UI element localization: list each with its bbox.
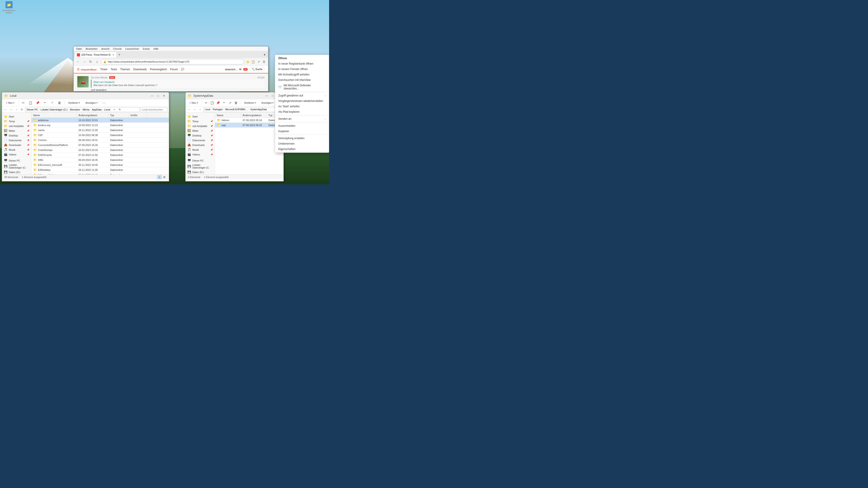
menu-extras[interactable]: Extras [142, 47, 151, 51]
breadcrumb-chevron-icon[interactable]: ▾ [112, 107, 117, 112]
local-breadcrumb[interactable]: Dieser PC › Lokaler Datenträger (C:) › B… [25, 107, 140, 112]
sys-sidebar-desktop[interactable]: 🖥️ Desktop 📌 [186, 133, 215, 138]
sidebar-item-daten-d[interactable]: 💾 Daten (D:) [2, 170, 31, 174]
paste-button[interactable]: 📌 [35, 100, 41, 106]
sidebar-item-videos[interactable]: 🎬 Videos 📌 [2, 152, 31, 157]
sys-sidebar-start[interactable]: ⭐ Start [186, 114, 215, 119]
system-file-row[interactable]: 📁 Helium 07.09.2022 05:18 Dateiordner [215, 118, 283, 123]
cb-nav-tests[interactable]: Tests [111, 68, 117, 71]
new-tab-button[interactable]: + [117, 53, 122, 57]
reader-icon[interactable]: 📋 [251, 59, 255, 64]
sys-sidebar-dokumente[interactable]: 📄 Dokumente 📌 [186, 138, 215, 142]
sys-sidebar-downloads[interactable]: 📥 Downloads 📌 [186, 142, 215, 147]
reload-button[interactable]: ↻ [88, 59, 93, 64]
cb-nav-preisvergleich[interactable]: Preisvergleich [150, 68, 167, 71]
menu-chronik[interactable]: Chronik [112, 47, 122, 51]
sys-up-button[interactable]: ↑ [198, 107, 202, 112]
ctx-send-to[interactable]: Senden an › [275, 116, 329, 122]
sys-view-button[interactable]: Anzeigen ▾ [259, 101, 276, 105]
ctx-copy-path[interactable]: Als Pfad kopieren [275, 109, 329, 115]
local-file-row[interactable]: 📁 Comms 06.09.2022 18:31 Dateiordner [31, 138, 169, 142]
sys-sidebar-dieser-pc[interactable]: 🖥️ Dieser PC [186, 158, 215, 163]
ctx-rename[interactable]: Umbenennen [275, 141, 329, 147]
ctx-access[interactable]: Zugriff gewähren auf › [275, 93, 329, 98]
sys-bc-packages[interactable]: Packages [213, 108, 223, 111]
local-forward-button[interactable]: → [9, 107, 13, 112]
cut-button[interactable]: ✂ [20, 100, 26, 106]
bookmark-icon[interactable]: ⭐ [246, 59, 250, 64]
sys-bc-microsoft[interactable]: Microsoft.624F8884B80_8wekyb3d8bbwe [225, 108, 248, 111]
cb-nav-forum[interactable]: Forum [170, 68, 178, 71]
col-type-header[interactable]: Typ [108, 113, 129, 118]
sys-sidebar-laufwerk-c[interactable]: 💾 Lokaler Datenträger (C: [186, 163, 215, 170]
sidebar-item-musik[interactable]: 🎵 Musik 📌 [2, 147, 31, 152]
ctx-new-tab[interactable]: In neuer Registerkarte öffnen [275, 61, 329, 66]
forward-button[interactable]: → [82, 59, 87, 64]
bc-dieser-pc[interactable]: Dieser PC [27, 108, 38, 111]
bc-appdata[interactable]: AppData [92, 108, 102, 111]
rename-button[interactable]: ✏ [42, 100, 48, 106]
share-button[interactable]: ↗ [49, 100, 55, 106]
cb-user[interactable]: slowmich... [225, 68, 237, 71]
sidebar-item-downloads[interactable]: 📥 Downloads 📌 [2, 142, 31, 147]
ctx-irfanview[interactable]: Durchsuchen mit IrfanView [275, 77, 329, 83]
menu-ansicht[interactable]: Ansicht [101, 47, 110, 51]
sys-cut-button[interactable]: ✂ [204, 100, 208, 106]
system-minimize-button[interactable]: — [264, 94, 270, 98]
local-new-button[interactable]: + Neu ▾ [4, 101, 17, 105]
sys-paste-button[interactable]: 📌 [216, 100, 220, 106]
local-file-row[interactable]: 📁 CrashDumps 16.01.2023 23:10 Dateiordne… [31, 148, 169, 153]
sidebar-item-desktop[interactable]: 🖥️ Desktop 📌 [2, 133, 31, 138]
back-button[interactable]: ← [75, 59, 81, 64]
sys-sidebar-bilder[interactable]: 🖼️ Bilder 📌 [186, 128, 215, 133]
ctx-new-window[interactable]: In neuem Fenster öffnen [275, 66, 329, 72]
local-maximize-button[interactable]: □ [155, 94, 161, 98]
local-more-button[interactable]: ··· [101, 100, 107, 106]
ctx-copy[interactable]: Kopieren [275, 129, 329, 134]
local-file-row[interactable]: 📁 CEF 10.09.2022 08:38 Dateiordner [31, 133, 169, 138]
delete-button[interactable]: 🗑 [57, 100, 62, 106]
col-name-header[interactable]: Name [31, 113, 76, 118]
local-file-row[interactable]: 📁 EADesktop 29.11.2022 11:05 Dateiordner [31, 167, 169, 172]
bc-local[interactable]: Local [104, 108, 110, 111]
col-date-header[interactable]: Änderungsdatum [76, 113, 108, 118]
home-button[interactable]: ⌂ [94, 59, 99, 64]
share-icon[interactable]: ↗ [256, 59, 261, 64]
local-close-button[interactable]: ✕ [161, 94, 166, 98]
local-file-row[interactable]: 📁 ConnectedDevicesPlatform 07.09.2022 16… [31, 142, 169, 148]
sys-sidebar-daten-d[interactable]: 💾 Daten (D:) [186, 170, 215, 174]
ctx-pin-quick[interactable]: Mit Schnellzugriff anhefen [275, 72, 329, 77]
address-bar[interactable]: 🔒 https://www.computerbase.de/forum/thre… [101, 59, 244, 64]
local-minimize-button[interactable]: — [149, 94, 155, 98]
ctx-properties[interactable]: Eigenschaften [275, 147, 329, 152]
sys-sidebar-usb[interactable]: 📁 usb-festplatte 📌 [186, 124, 215, 128]
sys-sort-button[interactable]: Sortieren ▾ [242, 101, 258, 105]
sys-col-name-header[interactable]: Name [215, 113, 241, 118]
copy-button[interactable]: 📋 [28, 100, 33, 106]
local-file-row[interactable]: 📁 EAConnect_microsoft 30.11.2022 19:45 D… [31, 162, 169, 167]
bc-micha[interactable]: Micha [83, 108, 89, 111]
bc-benutzer[interactable]: Benutzer [70, 108, 80, 111]
ctx-defender[interactable]: 🛡 Mit Microsoft Defender überprüfen... [275, 83, 329, 91]
sidebar-item-temp[interactable]: 📁 Temp 📌 [2, 119, 31, 124]
local-back-button[interactable]: ← [3, 107, 8, 112]
tab-close-button[interactable]: ✕ [112, 54, 115, 56]
sys-bc-systemappdata[interactable]: SystemAppData [250, 108, 267, 111]
ctx-open[interactable]: Öffnen [275, 56, 329, 61]
sidebar-item-bilder[interactable]: 🖼️ Bilder 📌 [2, 128, 31, 133]
breadcrumb-refresh-button[interactable]: ↻ [118, 107, 122, 112]
cb-nav-themen[interactable]: Themen [120, 68, 130, 71]
ctx-pin-start[interactable]: An 'Start' anhefen [275, 104, 329, 109]
sidebar-item-dieser-pc[interactable]: 🖥️ Dieser PC [2, 158, 31, 163]
sidebar-item-dokumente[interactable]: 📄 Dokumente 📌 [2, 138, 31, 142]
grid-view-button[interactable]: ⊞ [162, 175, 166, 179]
sys-sidebar-temp[interactable]: 📁 Temp 📌 [186, 119, 215, 124]
local-view-button[interactable]: Anzeigen ▾ [84, 101, 100, 105]
sidebar-item-start[interactable]: ⭐ Start [2, 114, 31, 119]
system-breadcrumb[interactable]: Local › Packages › Microsoft.624F8884B80… [203, 107, 282, 112]
local-file-row[interactable]: 📁 EALaunchHelper 29.11.2022 16:46 Dateio… [31, 172, 169, 174]
sys-rename-button[interactable]: ✏ [222, 100, 226, 106]
local-file-row[interactable]: 📁 bunkus.org 10.09.2022 12:23 Dateiordne… [31, 123, 169, 128]
local-file-row[interactable]: 📁 DBG 06.09.2022 18:35 Dateiordner [31, 158, 169, 162]
ctx-restore[interactable]: Vorgängerversionen wiederherstellen [275, 98, 329, 104]
